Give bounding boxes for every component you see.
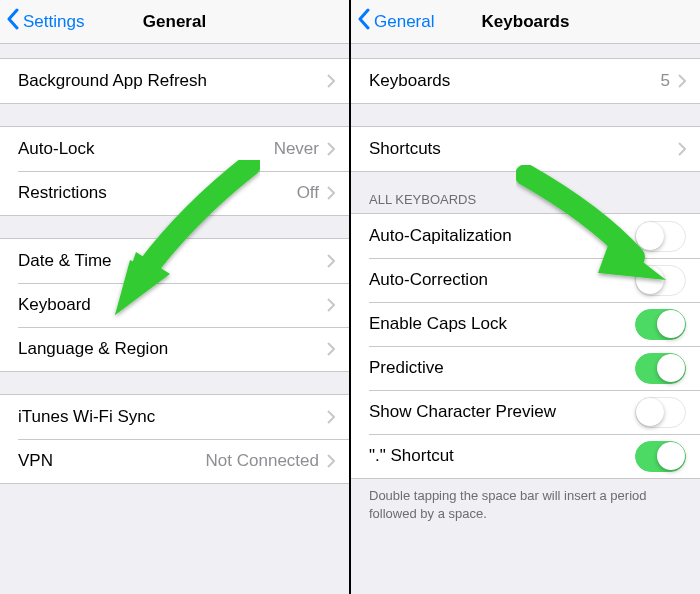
spacer — [0, 104, 349, 126]
row-label: Date & Time — [18, 251, 327, 271]
row-label: Auto-Capitalization — [369, 226, 635, 246]
row-date-time[interactable]: Date & Time — [0, 239, 349, 283]
spacer — [0, 372, 349, 394]
top-spacer — [351, 44, 700, 58]
group-keyboards-count: Keyboards 5 — [351, 58, 700, 104]
row-auto-lock[interactable]: Auto-Lock Never — [0, 127, 349, 171]
content-general: Background App Refresh Auto-Lock Never R… — [0, 44, 349, 594]
chevron-right-icon — [327, 254, 335, 268]
switch-auto-capitalization[interactable] — [635, 221, 686, 252]
section-footer-period: Double tapping the space bar will insert… — [351, 479, 700, 522]
back-label: General — [374, 12, 434, 32]
row-label: "." Shortcut — [369, 446, 635, 466]
back-button-general[interactable]: General — [351, 8, 434, 35]
navbar-keyboards: General Keyboards — [351, 0, 700, 44]
group-shortcuts: Shortcuts — [351, 126, 700, 172]
group-bg-refresh: Background App Refresh — [0, 58, 349, 104]
row-label: iTunes Wi-Fi Sync — [18, 407, 327, 427]
row-label: Language & Region — [18, 339, 327, 359]
row-shortcuts[interactable]: Shortcuts — [351, 127, 700, 171]
chevron-right-icon — [678, 74, 686, 88]
row-auto-capitalization: Auto-Capitalization — [351, 214, 700, 258]
spacer — [0, 484, 349, 506]
content-keyboards: Keyboards 5 Shortcuts ALL KEYBOARDS Auto… — [351, 44, 700, 594]
row-label: Background App Refresh — [18, 71, 327, 91]
group-lock: Auto-Lock Never Restrictions Off — [0, 126, 349, 216]
row-label: Enable Caps Lock — [369, 314, 635, 334]
row-keyboards[interactable]: Keyboards 5 — [351, 59, 700, 103]
row-value: Off — [297, 183, 319, 203]
row-label: Keyboard — [18, 295, 327, 315]
group-sync: iTunes Wi-Fi Sync VPN Not Connected — [0, 394, 349, 484]
page-title-keyboards: Keyboards — [482, 12, 570, 32]
chevron-right-icon — [327, 410, 335, 424]
switch-period-shortcut[interactable] — [635, 441, 686, 472]
chevron-left-icon — [6, 8, 23, 35]
chevron-left-icon — [357, 8, 374, 35]
pane-general: Settings General Background App Refresh … — [0, 0, 349, 594]
page-title-general: General — [143, 12, 206, 32]
top-spacer — [0, 44, 349, 58]
row-value: 5 — [661, 71, 670, 91]
row-background-app-refresh[interactable]: Background App Refresh — [0, 59, 349, 103]
row-enable-caps-lock: Enable Caps Lock — [351, 302, 700, 346]
chevron-right-icon — [327, 186, 335, 200]
row-auto-correction: Auto-Correction — [351, 258, 700, 302]
row-label: Show Character Preview — [369, 402, 635, 422]
section-header-all-keyboards: ALL KEYBOARDS — [351, 186, 700, 213]
switch-predictive[interactable] — [635, 353, 686, 384]
chevron-right-icon — [327, 74, 335, 88]
row-vpn[interactable]: VPN Not Connected — [0, 439, 349, 483]
group-all-keyboards-switches: Auto-Capitalization Auto-Correction Enab… — [351, 213, 700, 479]
row-keyboard[interactable]: Keyboard — [0, 283, 349, 327]
row-label: Predictive — [369, 358, 635, 378]
group-general-sub: Date & Time Keyboard Language & Region — [0, 238, 349, 372]
row-value: Not Connected — [206, 451, 319, 471]
switch-show-character-preview[interactable] — [635, 397, 686, 428]
row-predictive: Predictive — [351, 346, 700, 390]
row-period-shortcut: "." Shortcut — [351, 434, 700, 478]
navbar-general: Settings General — [0, 0, 349, 44]
chevron-right-icon — [327, 342, 335, 356]
row-label: Auto-Lock — [18, 139, 274, 159]
spacer — [351, 104, 700, 126]
pane-keyboards: General Keyboards Keyboards 5 Shortcuts … — [351, 0, 700, 594]
row-label: Auto-Correction — [369, 270, 635, 290]
row-value: Never — [274, 139, 319, 159]
back-button-settings[interactable]: Settings — [0, 8, 84, 35]
row-restrictions[interactable]: Restrictions Off — [0, 171, 349, 215]
chevron-right-icon — [678, 142, 686, 156]
row-itunes-wifi-sync[interactable]: iTunes Wi-Fi Sync — [0, 395, 349, 439]
row-label: Shortcuts — [369, 139, 678, 159]
switch-enable-caps-lock[interactable] — [635, 309, 686, 340]
chevron-right-icon — [327, 142, 335, 156]
chevron-right-icon — [327, 454, 335, 468]
row-language-region[interactable]: Language & Region — [0, 327, 349, 371]
row-show-character-preview: Show Character Preview — [351, 390, 700, 434]
spacer — [0, 216, 349, 238]
row-label: Keyboards — [369, 71, 661, 91]
switch-auto-correction[interactable] — [635, 265, 686, 296]
back-label: Settings — [23, 12, 84, 32]
row-label: VPN — [18, 451, 206, 471]
chevron-right-icon — [327, 298, 335, 312]
row-label: Restrictions — [18, 183, 297, 203]
